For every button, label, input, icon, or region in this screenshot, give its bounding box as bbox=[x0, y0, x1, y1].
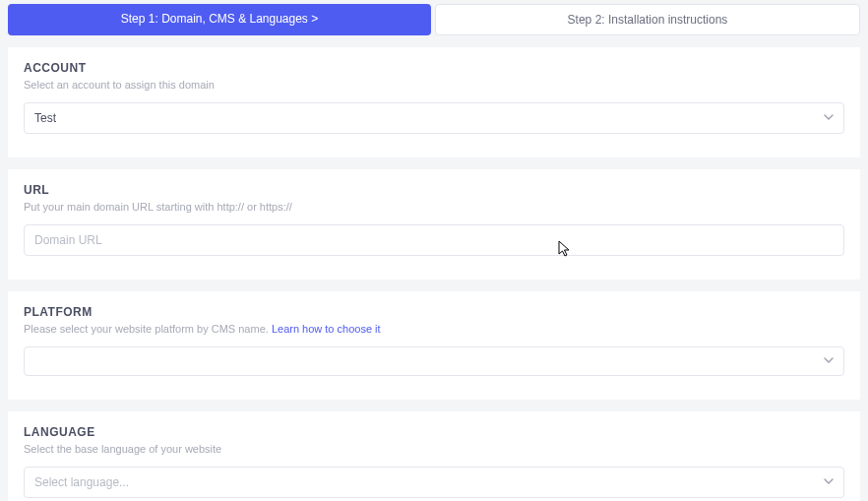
url-desc: Put your main domain URL starting with h… bbox=[24, 201, 844, 213]
language-select[interactable]: Select language... bbox=[24, 467, 844, 498]
platform-card: PLATFORM Please select your website plat… bbox=[8, 291, 860, 400]
platform-desc-wrap: Please select your website platform by C… bbox=[24, 323, 844, 335]
chevron-down-icon bbox=[824, 354, 834, 368]
account-title: ACCOUNT bbox=[24, 61, 844, 75]
platform-select[interactable] bbox=[24, 346, 844, 376]
url-input[interactable]: Domain URL bbox=[24, 224, 844, 256]
platform-learn-link[interactable]: Learn how to choose it bbox=[272, 323, 381, 335]
tab-step2-label: Step 2: Installation instructions bbox=[568, 13, 728, 27]
account-desc: Select an account to assign this domain bbox=[24, 79, 844, 91]
tab-step1[interactable]: Step 1: Domain, CMS & Languages > bbox=[8, 4, 431, 35]
language-desc: Select the base language of your website bbox=[24, 443, 844, 455]
platform-title: PLATFORM bbox=[24, 305, 844, 319]
language-title: LANGUAGE bbox=[24, 425, 844, 439]
language-select-value: Select language... bbox=[34, 475, 129, 489]
tab-step1-label: Step 1: Domain, CMS & Languages > bbox=[121, 12, 318, 26]
account-card: ACCOUNT Select an account to assign this… bbox=[8, 47, 860, 157]
chevron-down-icon bbox=[824, 475, 834, 489]
tab-step2[interactable]: Step 2: Installation instructions bbox=[435, 4, 860, 35]
platform-desc: Please select your website platform by C… bbox=[24, 323, 272, 335]
url-title: URL bbox=[24, 183, 844, 197]
chevron-down-icon bbox=[824, 111, 834, 125]
account-select[interactable]: Test bbox=[24, 102, 844, 134]
url-placeholder: Domain URL bbox=[34, 233, 102, 247]
account-select-value: Test bbox=[34, 111, 56, 125]
step-tabs: Step 1: Domain, CMS & Languages > Step 2… bbox=[0, 0, 868, 35]
language-card: LANGUAGE Select the base language of you… bbox=[8, 411, 860, 501]
url-card: URL Put your main domain URL starting wi… bbox=[8, 169, 860, 280]
